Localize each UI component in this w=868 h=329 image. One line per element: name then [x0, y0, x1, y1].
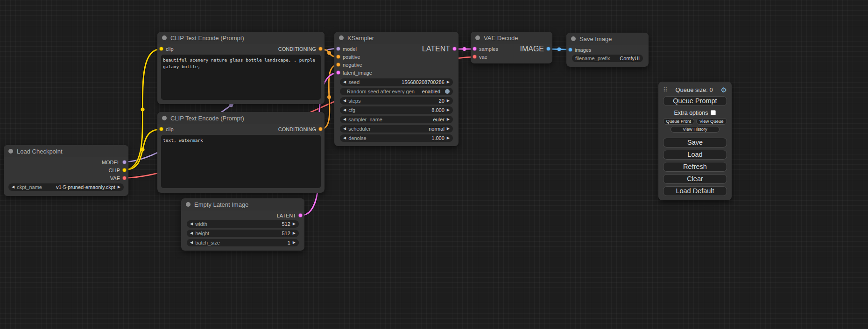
input-slot-clip[interactable]: clip: [159, 125, 174, 133]
slot-dot-negative[interactable]: [336, 63, 340, 67]
widget-seed[interactable]: ◀ seed 156680208700286 ▶: [340, 78, 453, 86]
slot-dot-vae[interactable]: [473, 55, 477, 59]
widget-filename-prefix[interactable]: filename_prefix ComfyUI: [572, 55, 643, 62]
slot-dot-clip[interactable]: [159, 127, 163, 131]
save-button[interactable]: Save: [663, 138, 727, 147]
decrement-arrow-icon[interactable]: ◀: [190, 241, 193, 245]
collapse-dot-icon[interactable]: [8, 149, 13, 154]
collapse-dot-icon[interactable]: [571, 36, 576, 41]
slot-dot-vae[interactable]: [122, 176, 127, 180]
input-slot-negative[interactable]: negative: [336, 61, 362, 69]
decrement-arrow-icon[interactable]: ◀: [343, 127, 346, 131]
slot-dot-samples[interactable]: [473, 47, 477, 51]
widget-sampler-name[interactable]: ◀ sampler_name euler ▶: [340, 116, 453, 123]
input-slot-samples[interactable]: samples: [473, 45, 498, 53]
node-title-bar[interactable]: KSampler: [334, 32, 459, 44]
view-queue-button[interactable]: View Queue: [696, 118, 727, 125]
load-default-button[interactable]: Load Default: [663, 186, 727, 196]
settings-gear-icon[interactable]: ⚙: [721, 86, 727, 93]
increment-arrow-icon[interactable]: ▶: [118, 185, 120, 189]
widget-scheduler[interactable]: ◀ scheduler normal ▶: [340, 125, 453, 133]
node-title-bar[interactable]: VAE Decode: [471, 32, 552, 44]
node-empty-latent-image[interactable]: Empty Latent Image LATENT ◀ width 512 ▶ …: [181, 198, 304, 251]
input-slot-latent-image[interactable]: latent_image: [336, 69, 372, 77]
node-clip-text-encode-positive[interactable]: CLIP Text Encode (Prompt) clip CONDITION…: [157, 32, 325, 104]
slot-dot-latent[interactable]: [298, 213, 303, 217]
node-save-image[interactable]: Save Image images filename_prefix ComfyU…: [566, 33, 649, 67]
output-slot-model[interactable]: MODEL: [4, 158, 128, 166]
slot-dot-model[interactable]: [122, 160, 127, 164]
slot-dot-latent-image[interactable]: [336, 70, 340, 75]
output-slot-latent[interactable]: LATENT: [422, 45, 457, 53]
input-slot-vae[interactable]: vae: [473, 53, 487, 61]
slot-dot-latent[interactable]: [452, 47, 457, 51]
decrement-arrow-icon[interactable]: ◀: [190, 231, 193, 235]
refresh-button[interactable]: Refresh: [663, 162, 727, 172]
image-link-midpoint-dot[interactable]: [557, 48, 561, 51]
slot-dot-conditioning[interactable]: [318, 127, 323, 131]
decrement-arrow-icon[interactable]: ◀: [343, 136, 346, 140]
negative-cond-link-midpoint-dot[interactable]: [327, 95, 331, 99]
output-slot-clip[interactable]: CLIP: [4, 166, 128, 174]
queue-prompt-button[interactable]: Queue Prompt: [663, 96, 727, 106]
input-slot-clip[interactable]: clip: [159, 45, 174, 53]
increment-arrow-icon[interactable]: ▶: [447, 80, 450, 84]
widget-height[interactable]: ◀ height 512 ▶: [187, 230, 299, 237]
decrement-arrow-icon[interactable]: ◀: [343, 108, 346, 112]
extra-options-checkbox[interactable]: [711, 110, 716, 115]
collapse-dot-icon[interactable]: [339, 35, 344, 40]
node-title-bar[interactable]: Save Image: [566, 33, 649, 45]
node-title-bar[interactable]: CLIP Text Encode (Prompt): [157, 112, 325, 124]
collapse-dot-icon[interactable]: [475, 35, 480, 40]
decrement-arrow-icon[interactable]: ◀: [343, 118, 346, 121]
slot-dot-conditioning[interactable]: [318, 47, 323, 51]
node-ksampler[interactable]: KSampler LATENT model positive negative: [334, 32, 459, 146]
slot-dot-model[interactable]: [336, 47, 340, 51]
drag-handle-icon[interactable]: ⠿: [663, 87, 668, 93]
widget-steps[interactable]: ◀ steps 20 ▶: [340, 97, 453, 105]
collapse-dot-icon[interactable]: [162, 35, 167, 40]
node-title-bar[interactable]: CLIP Text Encode (Prompt): [157, 32, 325, 44]
view-history-button[interactable]: View History: [670, 126, 719, 133]
increment-arrow-icon[interactable]: ▶: [447, 108, 450, 112]
output-slot-vae[interactable]: VAE: [4, 174, 128, 182]
output-slot-image[interactable]: IMAGE: [520, 45, 550, 53]
output-slot-conditioning[interactable]: CONDITIONING: [278, 45, 323, 53]
latent-out-link-midpoint-dot[interactable]: [463, 47, 466, 51]
decrement-arrow-icon[interactable]: ◀: [12, 185, 14, 189]
slot-dot-images[interactable]: [568, 48, 572, 52]
toggle-knob-icon[interactable]: [445, 89, 450, 94]
node-vae-decode[interactable]: VAE Decode IMAGE samples vae: [471, 32, 552, 63]
slot-dot-clip[interactable]: [159, 47, 163, 51]
decrement-arrow-icon[interactable]: ◀: [343, 80, 346, 84]
node-title-bar[interactable]: Empty Latent Image: [181, 198, 304, 210]
widget-random-seed-toggle[interactable]: Random seed after every gen enabled: [340, 88, 453, 95]
increment-arrow-icon[interactable]: ▶: [293, 241, 296, 245]
positive-prompt-textarea[interactable]: beautiful scenery nature glass bottle la…: [161, 55, 321, 100]
widget-width[interactable]: ◀ width 512 ▶: [187, 220, 299, 228]
slot-dot-image[interactable]: [546, 47, 550, 51]
queue-front-button[interactable]: Queue Front: [663, 118, 694, 125]
widget-denoise[interactable]: ◀ denoise 1.000 ▶: [340, 134, 453, 142]
node-load-checkpoint[interactable]: Load Checkpoint MODEL CLIP VAE ◀ ckpt_na…: [4, 145, 128, 196]
clip-positive-link-midpoint-dot[interactable]: [141, 108, 145, 112]
node-title-bar[interactable]: Load Checkpoint: [4, 145, 128, 157]
increment-arrow-icon[interactable]: ▶: [447, 127, 450, 131]
increment-arrow-icon[interactable]: ▶: [447, 99, 450, 103]
output-slot-latent[interactable]: LATENT: [181, 211, 304, 219]
widget-batch-size[interactable]: ◀ batch_size 1 ▶: [187, 239, 299, 246]
slot-dot-positive[interactable]: [336, 55, 340, 59]
positive-cond-link-midpoint-dot[interactable]: [327, 51, 331, 55]
increment-arrow-icon[interactable]: ▶: [447, 136, 450, 140]
load-button[interactable]: Load: [663, 150, 727, 160]
node-clip-text-encode-negative[interactable]: CLIP Text Encode (Prompt) clip CONDITION…: [157, 112, 325, 193]
widget-cfg[interactable]: ◀ cfg 8.000 ▶: [340, 106, 453, 114]
collapse-dot-icon[interactable]: [162, 116, 167, 120]
input-slot-model[interactable]: model: [336, 45, 357, 53]
clear-button[interactable]: Clear: [663, 174, 727, 184]
decrement-arrow-icon[interactable]: ◀: [190, 222, 193, 226]
negative-prompt-textarea[interactable]: text, watermark: [161, 135, 321, 188]
increment-arrow-icon[interactable]: ▶: [447, 118, 450, 121]
widget-ckpt-name[interactable]: ◀ ckpt_name v1-5-pruned-emaonly.ckpt ▶: [8, 183, 124, 191]
output-slot-conditioning[interactable]: CONDITIONING: [278, 125, 323, 133]
